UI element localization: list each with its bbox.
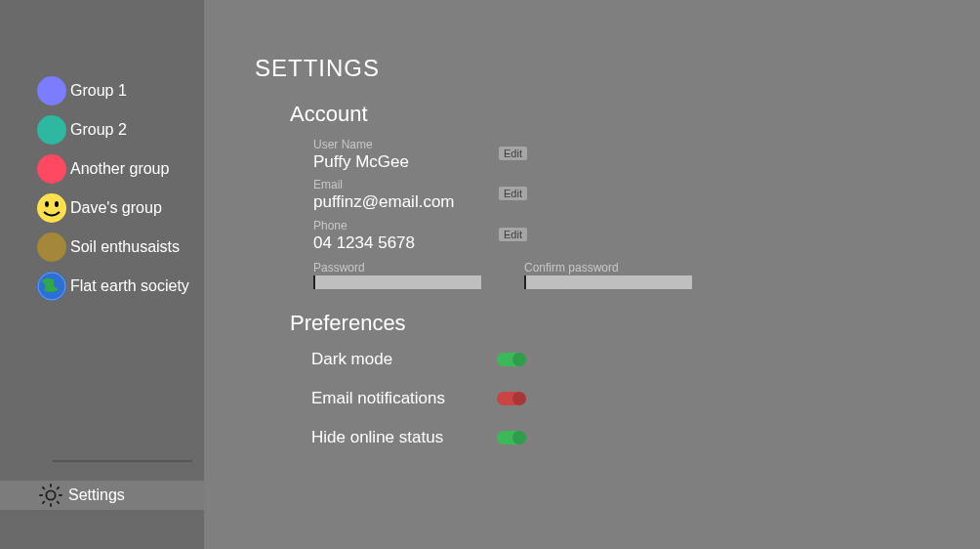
- preferences-section: Preferences Dark mode Email notification…: [290, 311, 980, 447]
- sidebar-item-label: Group 1: [70, 82, 127, 100]
- password-input[interactable]: [313, 275, 481, 289]
- confirm-password-input[interactable]: [524, 275, 692, 289]
- sidebar-item-daves-group[interactable]: Dave's group: [37, 193, 204, 223]
- password-row: Password Confirm password: [313, 262, 980, 289]
- group-avatar-icon: [37, 115, 66, 145]
- password-label: Password: [313, 262, 481, 274]
- sidebar-item-group-1[interactable]: Group 1: [37, 76, 204, 106]
- sidebar-item-label: Another group: [70, 160, 169, 178]
- svg-point-1: [45, 201, 49, 207]
- edit-username-button[interactable]: Edit: [499, 147, 527, 160]
- confirm-password-label: Confirm password: [524, 262, 692, 274]
- sidebar-item-flat-earth[interactable]: Flat earth society: [37, 272, 204, 301]
- phone-row: Phone 04 1234 5678 Edit: [313, 220, 980, 254]
- svg-point-0: [37, 193, 66, 223]
- sidebar-item-settings[interactable]: Settings: [0, 481, 204, 510]
- phone-label: Phone: [313, 220, 499, 232]
- groups-list: Group 1 Group 2 Another group Dave's gro…: [0, 76, 204, 301]
- pref-dark-mode-row: Dark mode: [311, 350, 980, 369]
- smiley-icon: [37, 193, 66, 223]
- sidebar: Group 1 Group 2 Another group Dave's gro…: [0, 0, 204, 549]
- page-title: SETTINGS: [255, 55, 980, 82]
- username-label: User Name: [313, 139, 499, 151]
- main-content: SETTINGS Account User Name Puffy McGee E…: [204, 0, 980, 549]
- pref-email-notifications-row: Email notifications: [311, 389, 980, 408]
- account-fields: User Name Puffy McGee Edit Email puffinz…: [313, 139, 980, 289]
- edit-email-button[interactable]: Edit: [499, 187, 527, 200]
- sidebar-item-soil-enthusiasts[interactable]: Soil enthusaists: [37, 232, 204, 262]
- email-notifications-toggle[interactable]: [497, 392, 524, 405]
- sidebar-item-label: Flat earth society: [70, 277, 189, 295]
- dark-mode-toggle[interactable]: [497, 353, 524, 366]
- gear-icon: [37, 482, 64, 509]
- group-avatar-icon: [37, 76, 66, 106]
- pref-email-notifications-label: Email notifications: [311, 389, 497, 408]
- sidebar-item-label: Dave's group: [70, 199, 162, 217]
- sidebar-item-label: Settings: [68, 486, 125, 504]
- username-row: User Name Puffy McGee Edit: [313, 139, 980, 173]
- svg-point-5: [46, 490, 55, 499]
- pref-dark-mode-label: Dark mode: [311, 350, 497, 369]
- hide-status-toggle[interactable]: [497, 431, 524, 444]
- pref-hide-status-row: Hide online status: [311, 428, 980, 447]
- divider: [53, 460, 192, 462]
- sidebar-item-group-2[interactable]: Group 2: [37, 115, 204, 145]
- phone-value: 04 1234 5678: [313, 232, 499, 254]
- pref-hide-status-label: Hide online status: [311, 428, 497, 447]
- group-avatar-icon: [37, 154, 66, 184]
- group-avatar-icon: [37, 232, 66, 262]
- edit-phone-button[interactable]: Edit: [499, 228, 527, 241]
- email-label: Email: [313, 179, 499, 191]
- sidebar-item-label: Group 2: [70, 121, 127, 139]
- email-row: Email puffinz@email.com Edit: [313, 179, 980, 213]
- preferences-section-title: Preferences: [290, 311, 980, 336]
- account-section-title: Account: [290, 102, 980, 127]
- earth-icon: [37, 272, 66, 301]
- sidebar-item-another-group[interactable]: Another group: [37, 154, 204, 184]
- svg-point-2: [55, 201, 59, 207]
- sidebar-item-label: Soil enthusaists: [70, 238, 180, 256]
- email-value: puffinz@email.com: [313, 191, 499, 213]
- username-value: Puffy McGee: [313, 151, 499, 173]
